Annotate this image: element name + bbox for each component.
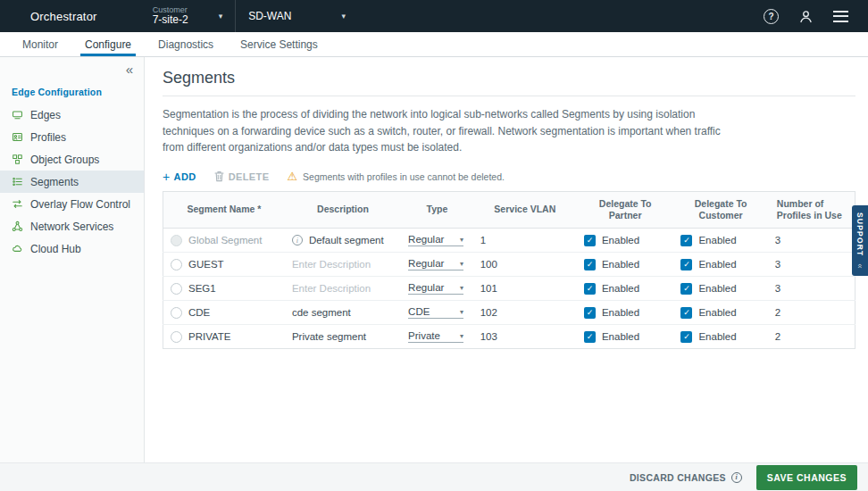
description-input[interactable]: Enter Description bbox=[292, 283, 371, 294]
delegate-partner-checkbox[interactable] bbox=[584, 331, 596, 343]
chevron-down-icon: ▾ bbox=[460, 332, 463, 340]
table-row: GUEST Enter Description Regular▾ 100 Ena… bbox=[163, 253, 855, 277]
description-input[interactable]: Enter Description bbox=[292, 259, 371, 270]
service-vlan-value[interactable]: 100 bbox=[473, 253, 577, 277]
delegate-partner-checkbox[interactable] bbox=[584, 235, 596, 246]
sidebar-item-label: Network Services bbox=[30, 221, 113, 233]
main-content: Segments Segmentation is the process of … bbox=[145, 57, 868, 462]
orchestrator-app: Orchestrator Customer 7-site-2 ▾ SD-WAN … bbox=[0, 0, 868, 491]
chevron-down-icon: ▾ bbox=[219, 12, 223, 21]
sidebar-item-profiles[interactable]: Profiles bbox=[0, 126, 144, 148]
discard-changes-button[interactable]: DISCARD CHANGES i bbox=[630, 472, 742, 483]
toolbar-warning: ⚠ Segments with profiles in use cannot b… bbox=[287, 171, 505, 182]
type-select[interactable]: Regular▾ bbox=[408, 234, 463, 246]
delegate-customer-checkbox[interactable] bbox=[680, 331, 692, 343]
profiles-in-use-value: 3 bbox=[768, 229, 855, 253]
plus-icon: + bbox=[163, 171, 171, 183]
sidebar-item-label: Profiles bbox=[30, 131, 66, 144]
tab-service-settings[interactable]: Service Settings bbox=[227, 32, 331, 56]
chevron-left-icon: « bbox=[855, 263, 864, 268]
segment-name: SEG1 bbox=[188, 283, 216, 294]
sidebar-collapse-icon[interactable]: « bbox=[126, 62, 133, 76]
sidebar-item-network-services[interactable]: Network Services bbox=[0, 215, 144, 237]
product-selector[interactable]: SD-WAN ▾ bbox=[236, 0, 358, 32]
row-select-radio[interactable] bbox=[171, 331, 182, 343]
sidebar: « Edge Configuration Edges Profiles Obje… bbox=[0, 57, 145, 462]
row-select-radio[interactable] bbox=[171, 307, 182, 319]
sidebar-item-overlay-flow-control[interactable]: Overlay Flow Control bbox=[0, 193, 144, 215]
delegate-customer-checkbox[interactable] bbox=[680, 307, 692, 319]
sidebar-item-label: Segments bbox=[30, 176, 79, 188]
product-value: SD-WAN bbox=[248, 10, 291, 22]
title-divider bbox=[163, 96, 855, 96]
table-header-row: Segment Name * Description Type Service … bbox=[163, 191, 855, 228]
info-icon: i bbox=[731, 472, 742, 483]
profiles-in-use-value: 3 bbox=[768, 277, 855, 301]
footer-bar: DISCARD CHANGES i SAVE CHANGES bbox=[0, 462, 868, 491]
trash-icon bbox=[214, 171, 224, 182]
sidebar-item-edges[interactable]: Edges bbox=[0, 104, 144, 126]
table-row: SEG1 Enter Description Regular▾ 101 Enab… bbox=[163, 277, 855, 301]
delegate-customer-checkbox[interactable] bbox=[680, 235, 692, 246]
type-select[interactable]: CDE▾ bbox=[408, 306, 463, 319]
chevron-down-icon: ▾ bbox=[460, 260, 463, 268]
description-input[interactable]: Private segment bbox=[292, 331, 366, 342]
service-vlan-value[interactable]: 1 bbox=[473, 229, 577, 253]
col-description: Description bbox=[285, 191, 401, 228]
row-select-radio[interactable] bbox=[171, 259, 182, 270]
main-tab-bar: Monitor Configure Diagnostics Service Se… bbox=[0, 32, 868, 57]
profiles-in-use-value: 2 bbox=[768, 301, 855, 325]
segment-name: GUEST bbox=[188, 259, 224, 270]
save-changes-button[interactable]: SAVE CHANGES bbox=[756, 465, 857, 490]
help-icon[interactable]: ? bbox=[764, 9, 779, 24]
chevron-down-icon: ▾ bbox=[460, 308, 463, 316]
customer-selector[interactable]: Customer 7-site-2 ▾ bbox=[140, 0, 236, 32]
delegate-partner-checkbox[interactable] bbox=[584, 259, 596, 270]
sidebar-item-label: Edges bbox=[30, 109, 61, 121]
col-service-vlan: Service VLAN bbox=[473, 191, 577, 228]
menu-icon[interactable] bbox=[833, 11, 848, 22]
chevron-down-icon: ▾ bbox=[460, 236, 463, 244]
col-delegate-partner: Delegate To Partner bbox=[577, 191, 674, 228]
sidebar-item-segments[interactable]: Segments bbox=[0, 171, 144, 193]
object-groups-icon bbox=[12, 154, 23, 165]
delegate-customer-checkbox[interactable] bbox=[680, 283, 692, 295]
description-input[interactable]: cde segment bbox=[292, 307, 351, 318]
delegate-customer-checkbox[interactable] bbox=[680, 259, 692, 270]
add-button[interactable]: + ADD bbox=[163, 171, 196, 183]
page-description: Segmentation is the process of dividing … bbox=[163, 106, 743, 156]
chevron-down-icon: ▾ bbox=[341, 12, 346, 21]
segments-icon bbox=[12, 176, 23, 187]
type-select[interactable]: Regular▾ bbox=[408, 258, 463, 270]
overlay-flow-control-icon bbox=[12, 198, 23, 210]
segment-name: Global Segment bbox=[188, 235, 262, 246]
user-icon[interactable] bbox=[798, 9, 814, 24]
service-vlan-value[interactable]: 102 bbox=[473, 301, 577, 325]
row-select-radio[interactable] bbox=[171, 283, 182, 295]
table-toolbar: + ADD DELETE ⚠ Segments with profiles in… bbox=[163, 171, 855, 183]
profiles-in-use-value: 3 bbox=[768, 253, 855, 277]
delete-button[interactable]: DELETE bbox=[214, 171, 270, 182]
tab-monitor[interactable]: Monitor bbox=[9, 32, 71, 56]
delegate-partner-checkbox[interactable] bbox=[584, 307, 596, 319]
row-select-radio[interactable] bbox=[171, 235, 182, 246]
delegate-partner-checkbox[interactable] bbox=[584, 283, 596, 295]
type-select[interactable]: Private▾ bbox=[408, 330, 463, 343]
type-select[interactable]: Regular▾ bbox=[408, 282, 463, 295]
warning-text: Segments with profiles in use cannot be … bbox=[303, 171, 505, 182]
edges-icon bbox=[12, 109, 23, 121]
brand-title: Orchestrator bbox=[30, 10, 97, 23]
sidebar-item-cloud-hub[interactable]: Cloud Hub bbox=[0, 237, 144, 260]
sidebar-item-label: Cloud Hub bbox=[30, 243, 81, 255]
support-tab[interactable]: SUPPORT « bbox=[852, 205, 868, 276]
profiles-in-use-value: 2 bbox=[768, 325, 855, 349]
profiles-icon bbox=[12, 131, 23, 143]
tab-configure[interactable]: Configure bbox=[71, 32, 145, 56]
service-vlan-value[interactable]: 103 bbox=[473, 325, 577, 349]
tab-diagnostics[interactable]: Diagnostics bbox=[145, 32, 227, 56]
service-vlan-value[interactable]: 101 bbox=[473, 277, 577, 301]
table-row: PRIVATE Private segment Private▾ 103 Ena… bbox=[163, 325, 855, 349]
chevron-down-icon: ▾ bbox=[460, 284, 463, 292]
col-profiles-in-use: Number of Profiles in Use bbox=[768, 191, 855, 228]
sidebar-item-object-groups[interactable]: Object Groups bbox=[0, 148, 144, 171]
